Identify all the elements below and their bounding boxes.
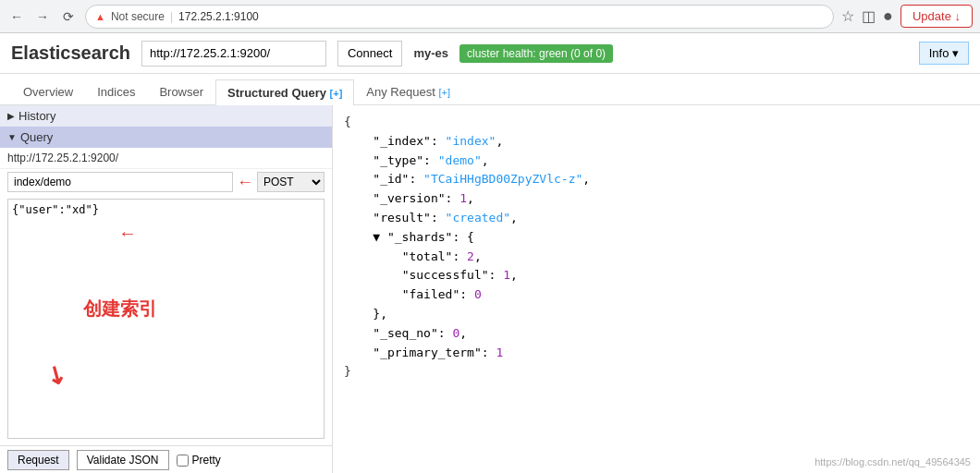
history-section[interactable]: ▶ History bbox=[0, 105, 332, 127]
tab-browser[interactable]: Browser bbox=[147, 79, 215, 104]
json-failed: "failed": 0 bbox=[344, 285, 969, 305]
pretty-text: Pretty bbox=[192, 454, 221, 467]
address-text: 172.25.2.1:9100 bbox=[178, 10, 259, 23]
body-editor: {"user":"xd"} ← 创建索引 ↘ bbox=[0, 195, 332, 445]
history-label: History bbox=[18, 109, 55, 123]
json-shards-open: ▼ "_shards": { bbox=[344, 228, 969, 248]
reload-button[interactable]: ⟳ bbox=[59, 7, 78, 26]
nav-tabs: Overview Indices Browser Structured Quer… bbox=[0, 74, 980, 105]
json-version: "_version": 1, bbox=[344, 189, 969, 209]
watermark: https://blog.csdn.net/qq_49564345 bbox=[815, 456, 971, 467]
json-index: "_index": "index", bbox=[344, 132, 969, 152]
pretty-checkbox[interactable] bbox=[177, 455, 189, 467]
json-total: "total": 2, bbox=[344, 248, 969, 267]
json-id: "_id": "TCaiHHgBD00ZpyZVlc-z", bbox=[344, 170, 969, 189]
tab-structured-query[interactable]: Structured Query [+] bbox=[215, 79, 354, 105]
main-layout: ▶ History ▼ Query http://172.25.2.1:9200… bbox=[0, 105, 980, 473]
connect-button[interactable]: Connect bbox=[337, 41, 402, 67]
method-select[interactable]: POST GET PUT DELETE bbox=[257, 172, 325, 192]
json-result: "result": "created", bbox=[344, 209, 969, 228]
red-arrow-endpoint: ← bbox=[237, 173, 253, 192]
tab-any-request[interactable]: Any Request [+] bbox=[354, 79, 462, 104]
server-url-input[interactable] bbox=[141, 41, 326, 67]
browser-chrome: ← → ⟳ ▲ Not secure | 172.25.2.1:9100 ☆ ◫… bbox=[0, 0, 980, 33]
query-section[interactable]: ▼ Query bbox=[0, 127, 332, 148]
triangle-down-icon: ▼ bbox=[7, 132, 17, 142]
info-button[interactable]: Info ▾ bbox=[919, 42, 969, 65]
forward-button[interactable]: → bbox=[33, 7, 52, 26]
address-bar: ▲ Not secure | 172.25.2.1:9100 bbox=[85, 5, 834, 29]
query-server-url: http://172.25.2.1:9200/ bbox=[0, 148, 332, 169]
app-header: Elasticsearch Connect my-es cluster heal… bbox=[0, 33, 980, 74]
cast-icon[interactable]: ◫ bbox=[862, 7, 876, 25]
not-secure-text: Not secure bbox=[111, 10, 165, 23]
back-button[interactable]: ← bbox=[7, 7, 26, 26]
health-badge: cluster health: green (0 of 0) bbox=[459, 44, 613, 63]
json-seq-no: "_seq_no": 0, bbox=[344, 324, 969, 344]
bookmark-icon[interactable]: ☆ bbox=[841, 7, 854, 25]
app-title: Elasticsearch bbox=[11, 42, 130, 64]
instance-name: my-es bbox=[413, 46, 448, 60]
lock-icon: ▲ bbox=[95, 11, 105, 22]
query-label: Query bbox=[20, 130, 53, 144]
body-textarea[interactable]: {"user":"xd"} bbox=[7, 199, 325, 439]
json-type: "_type": "demo", bbox=[344, 152, 969, 171]
plus-icon-2: [+] bbox=[438, 87, 450, 98]
red-arrow-body: ← bbox=[118, 223, 137, 244]
endpoint-input[interactable] bbox=[7, 172, 233, 192]
annotation-label: 创建索引 bbox=[83, 297, 157, 321]
update-button[interactable]: Update ↓ bbox=[900, 5, 973, 28]
json-close-brace: } bbox=[344, 362, 969, 382]
triangle-right-icon: ▶ bbox=[7, 111, 15, 121]
right-panel: { "_index": "index", "_type": "demo", "_… bbox=[333, 105, 980, 473]
address-separator: | bbox=[170, 10, 173, 23]
tab-overview[interactable]: Overview bbox=[11, 79, 85, 104]
tab-indices[interactable]: Indices bbox=[85, 79, 147, 104]
bottom-bar: Request Validate JSON Pretty bbox=[0, 445, 332, 473]
plus-icon: [+] bbox=[330, 88, 343, 99]
profile-icon[interactable]: ● bbox=[883, 6, 893, 26]
json-open-brace: { bbox=[344, 113, 969, 132]
json-shards-close: }, bbox=[344, 305, 969, 324]
json-successful: "successful": 1, bbox=[344, 266, 969, 285]
pretty-label[interactable]: Pretty bbox=[177, 454, 221, 467]
json-primary-term: "_primary_term": 1 bbox=[344, 344, 969, 363]
request-button[interactable]: Request bbox=[7, 450, 69, 470]
left-panel: ▶ History ▼ Query http://172.25.2.1:9200… bbox=[0, 105, 333, 473]
validate-button[interactable]: Validate JSON bbox=[77, 450, 169, 470]
endpoint-row: ← POST GET PUT DELETE bbox=[0, 169, 332, 195]
